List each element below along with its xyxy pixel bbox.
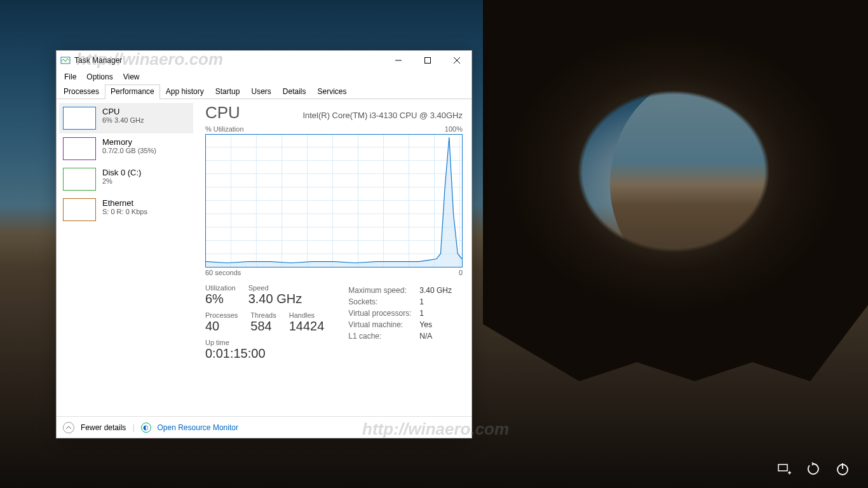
handles-label: Handles	[289, 311, 325, 319]
chart-label-br: 0	[459, 269, 463, 276]
sidebar-ethernet-title: Ethernet	[102, 198, 147, 208]
sidebar-memory-sub: 0.7/2.0 GB (35%)	[102, 147, 156, 154]
tab-startup[interactable]: Startup	[210, 85, 246, 99]
power-icon[interactable]	[835, 461, 850, 477]
memory-thumbnail	[63, 137, 96, 160]
maximize-button[interactable]	[413, 51, 442, 70]
tab-services[interactable]: Services	[312, 85, 353, 99]
speed-value: 3.40 GHz	[248, 292, 302, 306]
window-footer: Fewer details | ◐ Open Resource Monitor	[57, 416, 471, 438]
close-button[interactable]	[442, 51, 471, 70]
sidebar-ethernet-sub: S: 0 R: 0 Kbps	[102, 208, 147, 215]
sidebar-memory-title: Memory	[102, 137, 156, 147]
cpu-thumbnail	[63, 107, 96, 130]
max-speed-value: 3.40 GHz	[419, 285, 457, 295]
resource-monitor-icon: ◐	[141, 423, 151, 433]
uptime-value: 0:01:15:00	[205, 346, 266, 361]
cpu-chart-line	[206, 135, 462, 267]
cpu-model: Intel(R) Core(TM) i3-4130 CPU @ 3.40GHz	[302, 111, 463, 120]
svg-rect-5	[778, 464, 787, 471]
ease-of-access-icon[interactable]	[776, 461, 792, 477]
l1-value: N/A	[419, 331, 457, 341]
task-manager-icon	[60, 55, 71, 65]
vproc-value: 1	[419, 308, 457, 318]
tab-processes[interactable]: Processes	[58, 85, 105, 99]
menu-bar: File Options View	[57, 70, 471, 84]
sockets-label: Sockets:	[348, 297, 418, 307]
tab-bar: Processes Performance App history Startu…	[57, 84, 471, 99]
uptime-label: Up time	[205, 339, 266, 346]
minimize-button[interactable]	[384, 51, 413, 70]
performance-sidebar: CPU 6% 3.40 GHz Memory 0.7/2.0 GB (35%) …	[57, 99, 196, 416]
processes-label: Processes	[205, 311, 238, 319]
processes-value: 40	[205, 319, 238, 334]
vproc-label: Virtual processors:	[348, 308, 418, 318]
threads-value: 584	[250, 319, 276, 334]
chart-label-tl: % Utilization	[205, 125, 244, 133]
sidebar-item-disk[interactable]: Disk 0 (C:) 2%	[59, 164, 193, 194]
tab-app-history[interactable]: App history	[160, 85, 210, 99]
menu-options[interactable]: Options	[81, 71, 118, 83]
ethernet-thumbnail	[63, 198, 96, 221]
cpu-utilization-chart[interactable]	[205, 134, 463, 268]
tab-users[interactable]: Users	[245, 85, 276, 99]
window-title: Task Manager	[74, 56, 122, 65]
vm-label: Virtual machine:	[348, 320, 418, 330]
task-manager-window: Task Manager File Options View Processes…	[56, 50, 472, 438]
sidebar-cpu-title: CPU	[102, 107, 144, 116]
sidebar-disk-sub: 2%	[102, 177, 141, 185]
handles-value: 14424	[289, 319, 325, 334]
svg-rect-2	[425, 58, 431, 64]
max-speed-label: Maximum speed:	[348, 285, 418, 295]
vm-value: Yes	[419, 320, 457, 330]
chart-label-bl: 60 seconds	[205, 269, 241, 276]
main-heading: CPU	[205, 103, 240, 123]
disk-thumbnail	[63, 168, 96, 191]
sockets-value: 1	[419, 297, 457, 307]
l1-label: L1 cache:	[348, 331, 418, 341]
performance-main: CPU Intel(R) Core(TM) i3-4130 CPU @ 3.40…	[196, 99, 471, 416]
fewer-details-link[interactable]: Fewer details	[81, 423, 126, 432]
utilization-label: Utilization	[205, 284, 236, 292]
tab-performance[interactable]: Performance	[105, 85, 160, 99]
chevron-up-icon[interactable]	[63, 422, 74, 433]
menu-file[interactable]: File	[59, 71, 81, 83]
restart-icon[interactable]	[806, 461, 821, 477]
open-resource-monitor-link[interactable]: Open Resource Monitor	[158, 423, 238, 432]
titlebar[interactable]: Task Manager	[57, 51, 471, 70]
chart-label-tr: 100%	[445, 125, 463, 133]
menu-view[interactable]: View	[118, 71, 145, 83]
sidebar-item-memory[interactable]: Memory 0.7/2.0 GB (35%)	[59, 133, 193, 164]
system-tray-icons	[776, 461, 850, 477]
threads-label: Threads	[250, 311, 276, 319]
cpu-details-table: Maximum speed:3.40 GHz Sockets:1 Virtual…	[347, 284, 458, 361]
speed-label: Speed	[248, 284, 302, 292]
sidebar-disk-title: Disk 0 (C:)	[102, 168, 141, 177]
sidebar-item-ethernet[interactable]: Ethernet S: 0 R: 0 Kbps	[59, 194, 193, 225]
utilization-value: 6%	[205, 292, 236, 306]
tab-details[interactable]: Details	[277, 85, 312, 99]
sidebar-item-cpu[interactable]: CPU 6% 3.40 GHz	[59, 103, 193, 133]
sidebar-cpu-sub: 6% 3.40 GHz	[102, 116, 144, 124]
